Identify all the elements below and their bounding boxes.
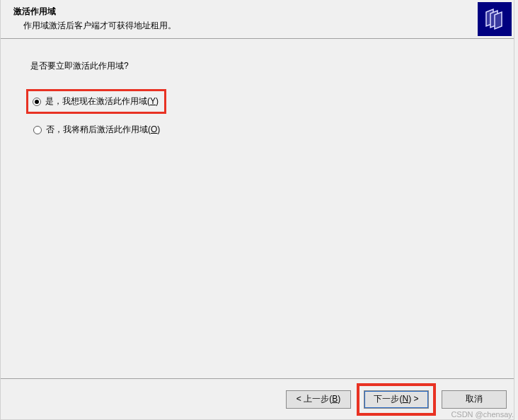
back-button[interactable]: < 上一步(B) <box>286 390 351 409</box>
scope-icon <box>478 2 512 36</box>
next-button-highlight: 下一步(N) > <box>357 383 436 416</box>
radio-label-yes: 是，我想现在激活此作用域(Y) <box>45 95 159 107</box>
radio-option-no[interactable]: 否，我将稍后激活此作用域(O) <box>30 122 163 137</box>
cancel-button[interactable]: 取消 <box>442 390 507 409</box>
header-subtitle: 作用域激活后客户端才可获得地址租用。 <box>13 20 507 32</box>
radio-option-yes[interactable]: 是，我想现在激活此作用域(Y) <box>26 89 166 114</box>
dialog-footer: < 上一步(B) 下一步(N) > 取消 <box>1 378 514 419</box>
radio-label-no: 否，我将稍后激活此作用域(O) <box>46 124 160 136</box>
radio-button-icon <box>33 98 41 106</box>
wizard-dialog: 激活作用域 作用域激活后客户端才可获得地址租用。 是否要立即激活此作用域? 是，… <box>0 0 514 420</box>
dialog-content: 是否要立即激活此作用域? 是，我想现在激活此作用域(Y) 否，我将稍后激活此作用… <box>1 39 514 170</box>
question-text: 是否要立即激活此作用域? <box>30 60 484 72</box>
header-title: 激活作用域 <box>13 6 507 18</box>
radio-button-icon <box>33 126 42 134</box>
dialog-header: 激活作用域 作用域激活后客户端才可获得地址租用。 <box>1 0 514 39</box>
radio-group: 是，我想现在激活此作用域(Y) 否，我将稍后激活此作用域(O) <box>30 89 484 137</box>
next-button[interactable]: 下一步(N) > <box>364 390 429 409</box>
